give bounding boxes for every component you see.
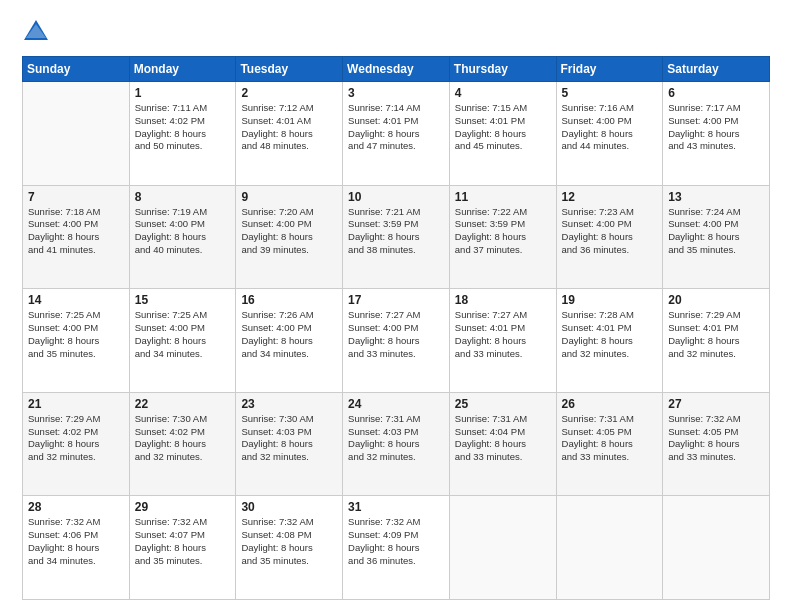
calendar-cell bbox=[23, 82, 130, 186]
day-header: Saturday bbox=[663, 57, 770, 82]
cell-info-line: Daylight: 8 hours bbox=[348, 438, 444, 451]
cell-info-line: Sunset: 4:01 PM bbox=[455, 115, 551, 128]
cell-info-line: Daylight: 8 hours bbox=[562, 335, 658, 348]
day-number: 8 bbox=[135, 190, 231, 204]
day-header: Wednesday bbox=[343, 57, 450, 82]
logo-icon bbox=[22, 18, 50, 46]
cell-info-line: Sunrise: 7:29 AM bbox=[668, 309, 764, 322]
calendar-cell: 24Sunrise: 7:31 AMSunset: 4:03 PMDayligh… bbox=[343, 392, 450, 496]
cell-info-line: Sunrise: 7:30 AM bbox=[241, 413, 337, 426]
cell-info-line: Sunset: 4:05 PM bbox=[562, 426, 658, 439]
cell-info-line: Sunrise: 7:27 AM bbox=[455, 309, 551, 322]
cell-info-line: Sunrise: 7:19 AM bbox=[135, 206, 231, 219]
cell-info-line: Sunrise: 7:21 AM bbox=[348, 206, 444, 219]
day-number: 29 bbox=[135, 500, 231, 514]
cell-info-line: Sunset: 4:08 PM bbox=[241, 529, 337, 542]
cell-info-line: Sunrise: 7:12 AM bbox=[241, 102, 337, 115]
cell-info-line: Daylight: 8 hours bbox=[135, 231, 231, 244]
calendar-cell: 2Sunrise: 7:12 AMSunset: 4:01 AMDaylight… bbox=[236, 82, 343, 186]
cell-info-line: Sunset: 4:00 PM bbox=[28, 218, 124, 231]
page: SundayMondayTuesdayWednesdayThursdayFrid… bbox=[0, 0, 792, 612]
cell-info-line: Sunset: 4:01 PM bbox=[562, 322, 658, 335]
cell-info-line: Sunrise: 7:14 AM bbox=[348, 102, 444, 115]
cell-info-line: Daylight: 8 hours bbox=[28, 438, 124, 451]
cell-info-line: Sunset: 4:01 PM bbox=[348, 115, 444, 128]
cell-info-line: Daylight: 8 hours bbox=[241, 542, 337, 555]
calendar-cell: 23Sunrise: 7:30 AMSunset: 4:03 PMDayligh… bbox=[236, 392, 343, 496]
cell-info-line: Sunrise: 7:32 AM bbox=[348, 516, 444, 529]
svg-marker-1 bbox=[26, 24, 46, 38]
calendar-week-row: 21Sunrise: 7:29 AMSunset: 4:02 PMDayligh… bbox=[23, 392, 770, 496]
cell-info-line: Sunrise: 7:11 AM bbox=[135, 102, 231, 115]
cell-info-line: and 48 minutes. bbox=[241, 140, 337, 153]
cell-info-line: Sunset: 4:02 PM bbox=[135, 426, 231, 439]
cell-info-line: and 47 minutes. bbox=[348, 140, 444, 153]
calendar-cell: 27Sunrise: 7:32 AMSunset: 4:05 PMDayligh… bbox=[663, 392, 770, 496]
cell-info-line: and 34 minutes. bbox=[241, 348, 337, 361]
cell-info-line: Daylight: 8 hours bbox=[348, 335, 444, 348]
calendar-cell: 26Sunrise: 7:31 AMSunset: 4:05 PMDayligh… bbox=[556, 392, 663, 496]
day-number: 31 bbox=[348, 500, 444, 514]
cell-info-line: and 32 minutes. bbox=[562, 348, 658, 361]
cell-info-line: and 36 minutes. bbox=[348, 555, 444, 568]
cell-info-line: Sunrise: 7:31 AM bbox=[348, 413, 444, 426]
day-number: 2 bbox=[241, 86, 337, 100]
day-number: 26 bbox=[562, 397, 658, 411]
day-number: 10 bbox=[348, 190, 444, 204]
cell-info-line: Daylight: 8 hours bbox=[455, 128, 551, 141]
cell-info-line: Sunrise: 7:15 AM bbox=[455, 102, 551, 115]
cell-info-line: Sunrise: 7:17 AM bbox=[668, 102, 764, 115]
cell-info-line: Daylight: 8 hours bbox=[668, 231, 764, 244]
cell-info-line: Sunrise: 7:29 AM bbox=[28, 413, 124, 426]
cell-info-line: and 33 minutes. bbox=[455, 451, 551, 464]
cell-info-line: and 35 minutes. bbox=[28, 348, 124, 361]
calendar-cell: 14Sunrise: 7:25 AMSunset: 4:00 PMDayligh… bbox=[23, 289, 130, 393]
cell-info-line: Sunset: 4:00 PM bbox=[348, 322, 444, 335]
day-number: 12 bbox=[562, 190, 658, 204]
day-header: Thursday bbox=[449, 57, 556, 82]
cell-info-line: Daylight: 8 hours bbox=[562, 128, 658, 141]
day-number: 18 bbox=[455, 293, 551, 307]
cell-info-line: Sunrise: 7:32 AM bbox=[135, 516, 231, 529]
cell-info-line: Daylight: 8 hours bbox=[241, 231, 337, 244]
cell-info-line: and 37 minutes. bbox=[455, 244, 551, 257]
calendar-cell bbox=[663, 496, 770, 600]
calendar-cell: 21Sunrise: 7:29 AMSunset: 4:02 PMDayligh… bbox=[23, 392, 130, 496]
calendar-cell: 16Sunrise: 7:26 AMSunset: 4:00 PMDayligh… bbox=[236, 289, 343, 393]
calendar-cell: 1Sunrise: 7:11 AMSunset: 4:02 PMDaylight… bbox=[129, 82, 236, 186]
day-number: 5 bbox=[562, 86, 658, 100]
cell-info-line: Daylight: 8 hours bbox=[28, 335, 124, 348]
cell-info-line: Sunset: 4:02 PM bbox=[135, 115, 231, 128]
calendar-cell bbox=[449, 496, 556, 600]
calendar-cell: 9Sunrise: 7:20 AMSunset: 4:00 PMDaylight… bbox=[236, 185, 343, 289]
calendar-cell: 3Sunrise: 7:14 AMSunset: 4:01 PMDaylight… bbox=[343, 82, 450, 186]
cell-info-line: Daylight: 8 hours bbox=[135, 438, 231, 451]
cell-info-line: Sunset: 4:04 PM bbox=[455, 426, 551, 439]
day-number: 23 bbox=[241, 397, 337, 411]
cell-info-line: Sunset: 4:00 PM bbox=[135, 322, 231, 335]
cell-info-line: Sunset: 4:00 PM bbox=[135, 218, 231, 231]
logo bbox=[22, 18, 54, 46]
cell-info-line: Sunrise: 7:30 AM bbox=[135, 413, 231, 426]
cell-info-line: Daylight: 8 hours bbox=[455, 438, 551, 451]
cell-info-line: Sunset: 4:01 PM bbox=[455, 322, 551, 335]
cell-info-line: Sunrise: 7:32 AM bbox=[668, 413, 764, 426]
cell-info-line: Sunset: 4:07 PM bbox=[135, 529, 231, 542]
calendar-week-row: 1Sunrise: 7:11 AMSunset: 4:02 PMDaylight… bbox=[23, 82, 770, 186]
cell-info-line: and 33 minutes. bbox=[562, 451, 658, 464]
cell-info-line: Daylight: 8 hours bbox=[28, 542, 124, 555]
cell-info-line: and 32 minutes. bbox=[668, 348, 764, 361]
day-number: 15 bbox=[135, 293, 231, 307]
calendar-cell: 7Sunrise: 7:18 AMSunset: 4:00 PMDaylight… bbox=[23, 185, 130, 289]
cell-info-line: and 35 minutes. bbox=[668, 244, 764, 257]
cell-info-line: Daylight: 8 hours bbox=[668, 335, 764, 348]
cell-info-line: Sunrise: 7:32 AM bbox=[28, 516, 124, 529]
cell-info-line: Daylight: 8 hours bbox=[455, 335, 551, 348]
day-number: 19 bbox=[562, 293, 658, 307]
calendar-week-row: 28Sunrise: 7:32 AMSunset: 4:06 PMDayligh… bbox=[23, 496, 770, 600]
cell-info-line: and 39 minutes. bbox=[241, 244, 337, 257]
cell-info-line: Daylight: 8 hours bbox=[28, 231, 124, 244]
calendar-cell: 13Sunrise: 7:24 AMSunset: 4:00 PMDayligh… bbox=[663, 185, 770, 289]
day-number: 21 bbox=[28, 397, 124, 411]
day-number: 27 bbox=[668, 397, 764, 411]
